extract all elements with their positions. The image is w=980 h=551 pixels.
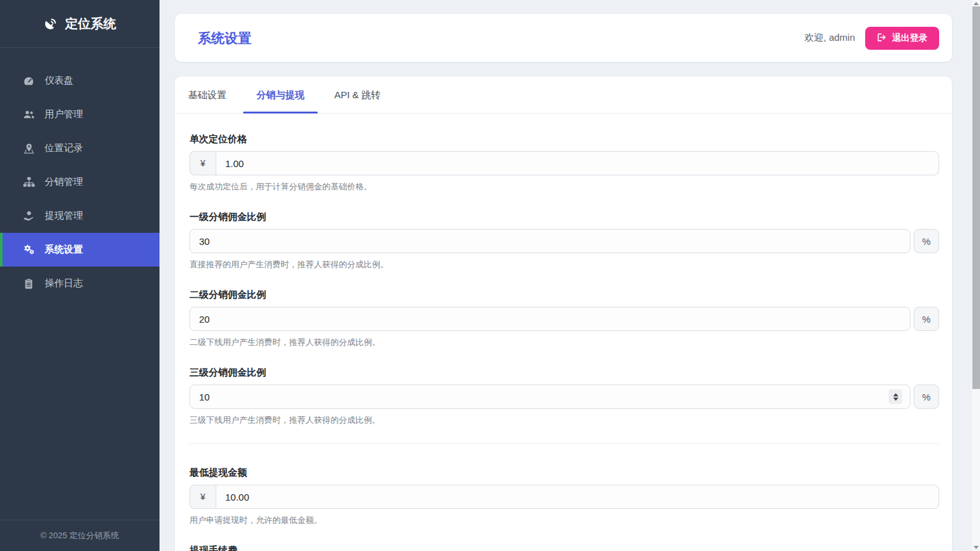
percent-suffix: % [914, 385, 939, 409]
welcome-text: 欢迎, admin [805, 32, 855, 44]
sidebar-item-logs[interactable]: 操作日志 [0, 267, 160, 300]
sidebar-item-label: 系统设置 [45, 244, 83, 256]
tab-distribution-withdrawal[interactable]: 分销与提现 [243, 77, 318, 113]
scrollbar-down-icon[interactable] [974, 546, 979, 549]
field-help: 直接推荐的用户产生消费时，推荐人获得的分成比例。 [189, 259, 939, 270]
field-help: 二级下线用户产生消费时，推荐人获得的分成比例。 [189, 337, 939, 348]
app-logo: 定位系统 [0, 0, 160, 48]
distribution-icon [22, 177, 35, 187]
page-title: 系统设置 [198, 29, 805, 47]
min-withdrawal-input[interactable] [216, 485, 939, 509]
field-level3-commission: 三级分销佣金比例 % 三级下线用户产生消费时，推荐人获得的分成比例。 [189, 365, 939, 425]
section-divider [189, 443, 939, 444]
sidebar: 定位系统 仪表盘 用户管理 [0, 0, 160, 551]
percent-suffix: % [914, 229, 939, 253]
scrollbar-thumb[interactable] [972, 6, 980, 389]
tab-api-redirect[interactable]: API & 跳转 [321, 77, 394, 113]
settings-tabs: 基础设置 分销与提现 API & 跳转 [175, 77, 952, 114]
currency-prefix: ¥ [189, 485, 216, 509]
field-label: 一级分销佣金比例 [189, 210, 939, 223]
field-label: 提现手续费 [189, 543, 939, 551]
main-content: 系统设置 欢迎, admin 退出登录 基础设置 分销与提现 API & 跳转 … [160, 0, 971, 551]
sidebar-footer: © 2025 定位分销系统 [0, 520, 160, 551]
sidebar-item-label: 位置记录 [45, 142, 83, 154]
field-level1-commission: 一级分销佣金比例 % 直接推荐的用户产生消费时，推荐人获得的分成比例。 [189, 210, 939, 270]
spinner-down-icon[interactable] [893, 397, 898, 400]
satellite-dish-icon [43, 17, 58, 31]
field-label: 三级分销佣金比例 [189, 365, 939, 379]
settings-icon [22, 244, 35, 256]
sidebar-item-label: 仪表盘 [45, 75, 73, 87]
tab-basic-settings[interactable]: 基础设置 [175, 77, 240, 113]
sidebar-item-label: 操作日志 [45, 277, 83, 290]
level2-commission-input[interactable] [189, 307, 910, 331]
logout-button[interactable]: 退出登录 [865, 27, 939, 50]
spinner-up-icon[interactable] [893, 393, 898, 396]
logout-label: 退出登录 [892, 33, 928, 44]
field-label: 最低提现金额 [189, 466, 939, 479]
page-header: 系统设置 欢迎, admin 退出登录 [175, 14, 952, 62]
settings-form: 单次定位价格 ¥ 每次成功定位后，用于计算分销佣金的基础价格。 一级分销佣金比例… [175, 114, 952, 551]
field-help: 每次成功定位后，用于计算分销佣金的基础价格。 [189, 181, 939, 192]
field-withdrawal-fee: 提现手续费 [189, 543, 939, 551]
scrollbar-up-icon[interactable] [974, 2, 979, 5]
sidebar-nav: 仪表盘 用户管理 位置记录 [0, 64, 160, 520]
sidebar-item-label: 用户管理 [45, 108, 83, 121]
field-label: 单次定位价格 [189, 132, 939, 145]
percent-suffix: % [914, 307, 939, 331]
withdraw-icon [22, 210, 35, 221]
logs-icon [22, 278, 35, 290]
sidebar-item-settings[interactable]: 系统设置 [0, 233, 160, 267]
sidebar-item-label: 分销管理 [45, 176, 83, 188]
field-label: 二级分销佣金比例 [189, 288, 939, 301]
field-min-withdrawal: 最低提现金额 ¥ 用户申请提现时，允许的最低金额。 [189, 466, 939, 525]
app-title: 定位系统 [65, 15, 116, 33]
number-spinner[interactable] [889, 390, 902, 404]
sign-out-icon [877, 33, 886, 44]
field-help: 用户申请提现时，允许的最低金额。 [189, 515, 939, 525]
field-level2-commission: 二级分销佣金比例 % 二级下线用户产生消费时，推荐人获得的分成比例。 [189, 288, 939, 348]
sidebar-item-label: 提现管理 [45, 210, 83, 222]
currency-prefix: ¥ [189, 151, 216, 175]
single-location-price-input[interactable] [216, 151, 939, 175]
window-scrollbar[interactable] [971, 0, 980, 551]
users-icon [22, 109, 35, 120]
dashboard-icon [22, 75, 35, 87]
field-single-location-price: 单次定位价格 ¥ 每次成功定位后，用于计算分销佣金的基础价格。 [189, 132, 939, 192]
sidebar-item-location-records[interactable]: 位置记录 [0, 131, 160, 165]
sidebar-item-dashboard[interactable]: 仪表盘 [0, 64, 160, 98]
field-help: 三级下线用户产生消费时，推荐人获得的分成比例。 [189, 415, 939, 425]
level3-commission-input[interactable] [189, 385, 910, 409]
sidebar-item-distribution[interactable]: 分销管理 [0, 165, 160, 199]
sidebar-item-users[interactable]: 用户管理 [0, 98, 160, 131]
sidebar-item-withdrawals[interactable]: 提现管理 [0, 199, 160, 233]
location-icon [22, 143, 35, 154]
settings-card: 基础设置 分销与提现 API & 跳转 单次定位价格 ¥ 每次成功定位后，用于计… [175, 77, 952, 551]
level1-commission-input[interactable] [189, 229, 910, 253]
